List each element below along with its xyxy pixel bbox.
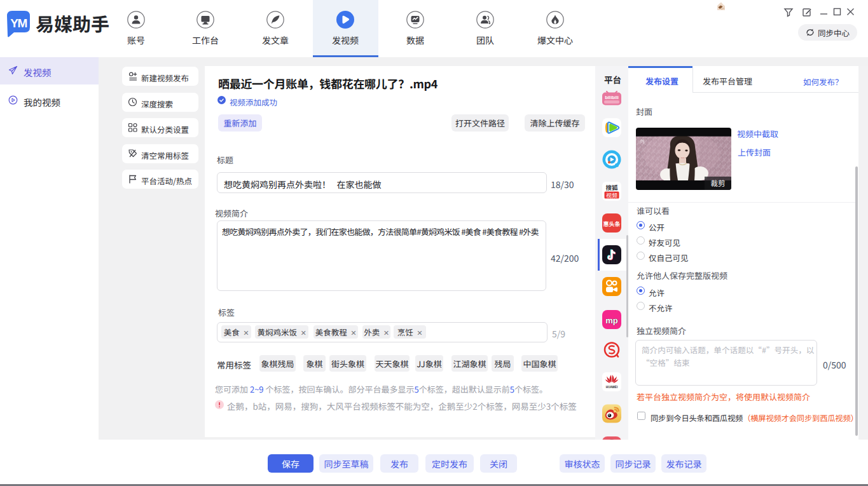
svg-text:bilibili: bilibili [605,95,619,100]
svg-text:视频: 视频 [606,191,617,199]
svg-text:的: 的 [640,138,645,144]
svg-text:惠头条: 惠头条 [603,220,620,228]
svg-text:HUAWEI: HUAWEI [606,385,617,388]
svg-text:YM: YM [10,17,27,30]
svg-text:裁剪: 裁剪 [711,178,726,188]
svg-text:mp: mp [605,316,618,325]
